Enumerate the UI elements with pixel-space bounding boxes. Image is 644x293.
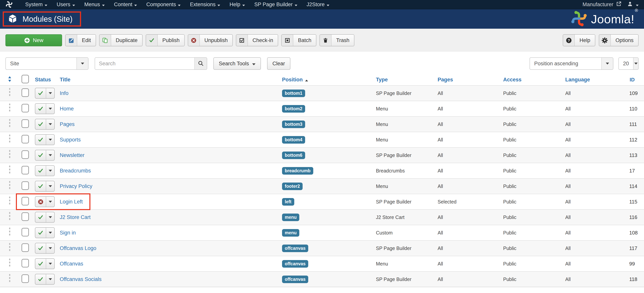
status-dropdown-button[interactable]: [46, 119, 54, 129]
status-published-button[interactable]: [35, 135, 46, 145]
site-filter-select[interactable]: Site: [6, 57, 88, 70]
module-title-link[interactable]: Sign in: [60, 230, 76, 236]
status-published-button[interactable]: [35, 259, 46, 269]
module-title-link[interactable]: Supports: [60, 137, 81, 143]
clear-button[interactable]: Clear: [267, 57, 290, 70]
drag-handle[interactable]: [9, 181, 10, 190]
drag-handle[interactable]: [9, 88, 10, 97]
module-title-link[interactable]: Newsletter: [60, 152, 84, 158]
check-in-button[interactable]: Check-in: [236, 34, 278, 46]
module-title-link[interactable]: J2 Store Cart: [60, 214, 90, 220]
row-checkbox[interactable]: [22, 181, 29, 190]
unpublish-button[interactable]: Unpublish: [188, 34, 233, 46]
menu-item-system[interactable]: System: [20, 0, 52, 9]
menu-item-components[interactable]: Components: [142, 0, 185, 9]
status-published-button[interactable]: [35, 274, 46, 284]
module-title-link[interactable]: Privacy Policy: [60, 183, 92, 189]
row-checkbox[interactable]: [22, 119, 29, 128]
ordering-sort-icon[interactable]: [8, 77, 11, 83]
header-type[interactable]: Type: [376, 77, 388, 83]
status-published-button[interactable]: [35, 88, 46, 98]
drag-handle[interactable]: [9, 150, 10, 159]
status-published-button[interactable]: [35, 181, 46, 191]
list-limit-select[interactable]: 20: [618, 57, 638, 70]
drag-handle[interactable]: [9, 274, 10, 283]
search-tools-button[interactable]: Search Tools: [213, 57, 261, 70]
duplicate-button[interactable]: Duplicate: [99, 34, 143, 46]
status-dropdown-button[interactable]: [46, 104, 54, 114]
site-preview-link[interactable]: Manufacturer: [582, 1, 622, 8]
menu-item-j2store[interactable]: J2Store: [302, 0, 334, 9]
menu-item-content[interactable]: Content: [110, 0, 142, 9]
drag-handle[interactable]: [9, 197, 10, 206]
status-dropdown-button[interactable]: [46, 181, 54, 191]
module-title-link[interactable]: Offcanvas Logo: [60, 245, 96, 251]
status-dropdown-button[interactable]: [46, 197, 54, 207]
status-published-button[interactable]: [35, 243, 46, 253]
trash-button[interactable]: Trash: [320, 34, 354, 46]
module-title-link[interactable]: Home: [60, 106, 74, 112]
row-checkbox[interactable]: [22, 275, 29, 283]
row-checkbox[interactable]: [22, 212, 29, 221]
module-title-link[interactable]: Login Left: [60, 199, 83, 205]
status-unpublished-button[interactable]: [35, 197, 46, 207]
row-checkbox[interactable]: [22, 150, 29, 159]
header-title[interactable]: Title: [60, 77, 70, 83]
row-checkbox[interactable]: [22, 197, 29, 205]
select-all-checkbox[interactable]: [22, 75, 29, 83]
menu-item-users[interactable]: Users: [52, 0, 80, 9]
status-dropdown-button[interactable]: [46, 259, 54, 269]
options-button[interactable]: Options: [599, 34, 638, 46]
module-title-link[interactable]: Info: [60, 90, 68, 96]
publish-button[interactable]: Publish: [146, 34, 185, 46]
status-published-button[interactable]: [35, 166, 46, 176]
row-checkbox[interactable]: [22, 259, 29, 268]
search-input[interactable]: [95, 58, 194, 69]
header-language[interactable]: Language: [565, 77, 590, 83]
status-published-button[interactable]: [35, 119, 46, 129]
drag-handle[interactable]: [9, 134, 10, 144]
drag-handle[interactable]: [9, 259, 10, 268]
row-checkbox[interactable]: [22, 88, 29, 97]
row-checkbox[interactable]: [22, 166, 29, 174]
drag-handle[interactable]: [9, 243, 10, 252]
status-dropdown-button[interactable]: [46, 166, 54, 176]
menu-item-menus[interactable]: Menus: [80, 0, 110, 9]
drag-handle[interactable]: [9, 212, 10, 221]
sort-order-select[interactable]: Position ascending: [530, 57, 613, 70]
user-menu[interactable]: [627, 1, 638, 8]
menu-item-help[interactable]: Help: [225, 0, 250, 9]
module-title-link[interactable]: Breadcrumbs: [60, 168, 91, 174]
module-title-link[interactable]: Offcanvas Socials: [60, 276, 102, 282]
row-checkbox[interactable]: [22, 228, 29, 236]
module-title-link[interactable]: Offcanvas: [60, 261, 83, 267]
row-checkbox[interactable]: [22, 243, 29, 252]
status-dropdown-button[interactable]: [46, 212, 54, 222]
status-published-button[interactable]: [35, 212, 46, 222]
menu-item-sp-page-builder[interactable]: SP Page Builder: [250, 0, 302, 9]
status-dropdown-button[interactable]: [46, 274, 54, 284]
header-id[interactable]: ID: [630, 77, 635, 83]
module-title-link[interactable]: Pages: [60, 121, 75, 127]
row-checkbox[interactable]: [22, 104, 29, 112]
edit-button[interactable]: Edit: [65, 34, 96, 46]
menu-item-extensions[interactable]: Extensions: [185, 0, 225, 9]
status-dropdown-button[interactable]: [46, 228, 54, 238]
batch-button[interactable]: Batch: [281, 34, 316, 46]
status-dropdown-button[interactable]: [46, 150, 54, 160]
status-published-button[interactable]: [35, 104, 46, 114]
status-dropdown-button[interactable]: [46, 88, 54, 98]
status-published-button[interactable]: [35, 150, 46, 160]
new-button[interactable]: New: [6, 34, 62, 46]
drag-handle[interactable]: [9, 166, 10, 175]
header-status[interactable]: Status: [35, 77, 51, 83]
drag-handle[interactable]: [9, 228, 10, 237]
header-access[interactable]: Access: [503, 77, 522, 83]
status-dropdown-button[interactable]: [46, 243, 54, 253]
help-button[interactable]: ?Help: [563, 34, 595, 46]
drag-handle[interactable]: [9, 119, 10, 128]
drag-handle[interactable]: [9, 103, 10, 113]
status-dropdown-button[interactable]: [46, 135, 54, 145]
header-pages[interactable]: Pages: [438, 77, 453, 83]
search-button[interactable]: [194, 58, 207, 69]
